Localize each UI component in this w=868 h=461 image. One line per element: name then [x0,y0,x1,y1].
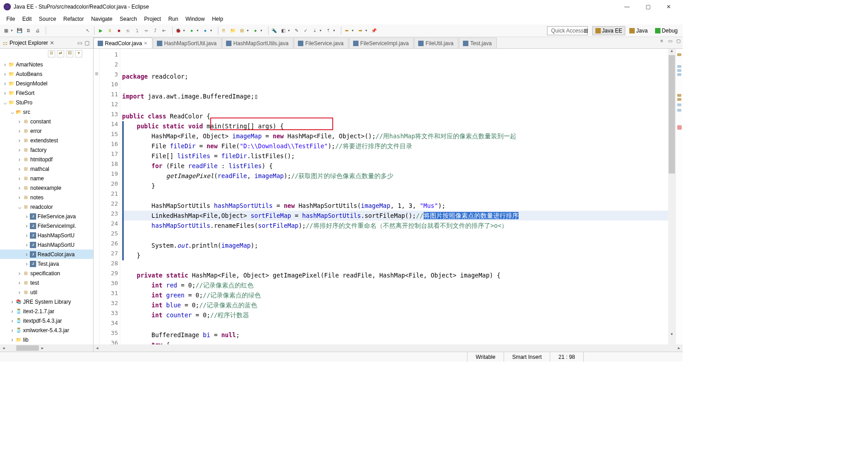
perspective-java-ee[interactable]: Java EE [592,26,626,35]
project-tree[interactable]: ›📁AmarNotes›📁AutoBeans›📁DesignModel›📁Fil… [0,59,93,352]
code-line[interactable]: int red = 0;//记录像素点的红色 [122,280,668,290]
print-button[interactable]: 🖨 [33,27,42,35]
tree-node[interactable]: ›📁AutoBeans [0,69,93,79]
perspective-debug[interactable]: Debug [652,26,681,35]
view-menu-button[interactable]: ▾ [75,50,82,57]
dropdown-icon[interactable]: ▾ [333,28,337,33]
expand-icon[interactable]: › [9,299,15,305]
expand-icon[interactable]: › [2,61,8,68]
save-all-button[interactable]: 🗎 [24,27,33,35]
tree-node[interactable]: ›⊞specification [0,268,93,278]
code-line[interactable]: HashMapSortUtils hashMapSortUtils = new … [122,201,668,211]
close-tab-button[interactable]: ✕ [144,41,147,46]
debug-button[interactable]: 🐞 [174,27,182,35]
tree-node[interactable]: ›⊞name [0,174,93,183]
code-line[interactable]: getImagePixel(readFile, imageMap);//获取图片… [122,171,668,181]
debug-cursor-icon[interactable]: ↖ [84,27,92,35]
tree-node[interactable]: ›⊞htmltopdf [0,155,93,164]
tree-node[interactable]: ›⊞extendstest [0,136,93,145]
back-button[interactable]: ⬅ [343,27,351,35]
menu-search[interactable]: Search [116,15,141,23]
expand-icon[interactable]: › [16,185,23,191]
code-line[interactable] [122,191,668,201]
maximize-view-button[interactable]: ▢ [83,40,90,46]
overview-ruler[interactable] [675,49,683,344]
expand-icon[interactable]: › [9,327,15,334]
expand-icon[interactable]: › [16,137,23,144]
save-button[interactable]: 💾 [15,27,24,35]
tree-node[interactable]: ›⊞notes [0,193,93,202]
tree-node[interactable]: ›🫙xmlworker-5.4.3.jar [0,325,93,335]
tree-node[interactable]: ›⊞factory [0,145,93,155]
code-line[interactable]: int counter = 0;//程序计数器 [122,310,668,320]
tree-node[interactable]: ›🫙itext-2.1.7.jar [0,306,93,316]
tree-node[interactable]: ›JHashMapSortU [0,230,93,240]
collapse-icon[interactable]: ⌵ [2,99,8,106]
code-line[interactable]: try { [122,340,668,344]
editor-tab[interactable]: Test.java [459,38,496,48]
expand-icon[interactable]: › [24,251,30,258]
expand-icon[interactable]: › [16,270,23,277]
tree-node[interactable]: ›⊞util [0,287,93,297]
tree-node[interactable]: ›JFileService.java [0,212,93,221]
expand-icon[interactable]: › [9,318,15,324]
tree-node[interactable]: ›⊞mathcal [0,164,93,174]
menu-window[interactable]: Window [182,15,208,23]
expand-icon[interactable]: › [9,337,15,343]
code-editor[interactable]: package readcolor; import java.awt.image… [120,49,668,344]
pin-button[interactable]: 📌 [370,27,378,35]
minimize-editor-button[interactable]: ▭ [666,38,674,46]
search-button[interactable]: 🔦 [270,27,278,35]
new-folder-button[interactable]: 📁 [229,27,237,35]
step-over-button[interactable]: ⤼ [142,27,150,35]
vertical-scrollbar[interactable] [668,49,675,344]
expand-icon[interactable]: › [24,213,30,220]
code-line[interactable]: } [122,250,668,260]
perspective-java[interactable]: Java [626,26,651,35]
tree-node[interactable]: ›🫙itextpdf-5.4.3.jar [0,316,93,325]
tree-node[interactable]: ⌵📂src [0,107,93,117]
drop-frame-button[interactable]: ⇤ [160,27,168,35]
dropdown-icon[interactable]: ▾ [365,28,369,33]
code-line[interactable]: BufferedImage bi = null; [122,330,668,340]
annotations-button[interactable]: ✎ [292,27,301,35]
dropdown-icon[interactable]: ▾ [11,28,14,33]
tree-node[interactable]: ›JHashMapSortU [0,240,93,249]
expand-icon[interactable]: › [24,261,30,267]
editor-tab[interactable]: FileService.java [294,38,349,48]
show-list-button[interactable]: ≡ [658,38,665,46]
forward-button[interactable]: ➡ [356,27,364,35]
tree-node[interactable]: ›📁AmarNotes [0,60,93,69]
minimize-view-button[interactable]: ▭ [76,40,83,46]
expand-icon[interactable]: › [16,156,23,163]
expand-icon[interactable]: › [24,242,30,248]
expand-icon[interactable]: › [24,232,30,239]
next-annotation-button[interactable]: ⇣ [311,27,319,35]
step-return-button[interactable]: ⤴ [151,27,159,35]
tree-node[interactable]: ›⊞test [0,278,93,287]
menu-edit[interactable]: Edit [19,15,35,23]
run-button[interactable]: ● [188,27,196,35]
menu-source[interactable]: Source [35,15,60,23]
code-line[interactable]: HashMap<File, Object> imageMap = new Has… [122,131,668,141]
code-line[interactable] [122,320,668,330]
expand-icon[interactable]: › [9,308,15,315]
editor-tab[interactable]: FileUtil.java [414,38,458,48]
code-line[interactable] [122,81,668,91]
code-line[interactable]: public static void main(String[] args) { [122,121,668,131]
dropdown-icon[interactable]: ▾ [352,28,355,33]
minimize-button[interactable]: — [617,0,637,14]
code-line[interactable]: public class ReadColor { [122,111,668,121]
code-line[interactable] [122,101,668,111]
menu-file[interactable]: File [3,15,19,23]
tree-node[interactable]: ›⊞constant [0,117,93,126]
tree-node[interactable]: ›📁DesignModel [0,79,93,88]
editor-tab[interactable]: HashMapSortUtil.java [153,38,222,48]
task-button[interactable]: ✓ [302,27,310,35]
code-line[interactable]: private static HashMap<File, Object> get… [122,270,668,280]
editor-tab[interactable]: HashMapSortUtils.java [222,38,293,48]
code-line[interactable]: File fileDir = new File("D:\\Download\\T… [122,141,668,151]
code-line[interactable]: } [122,181,668,191]
expand-icon[interactable]: › [2,71,8,77]
code-line[interactable]: int blue = 0;//记录像素点的蓝色 [122,300,668,310]
